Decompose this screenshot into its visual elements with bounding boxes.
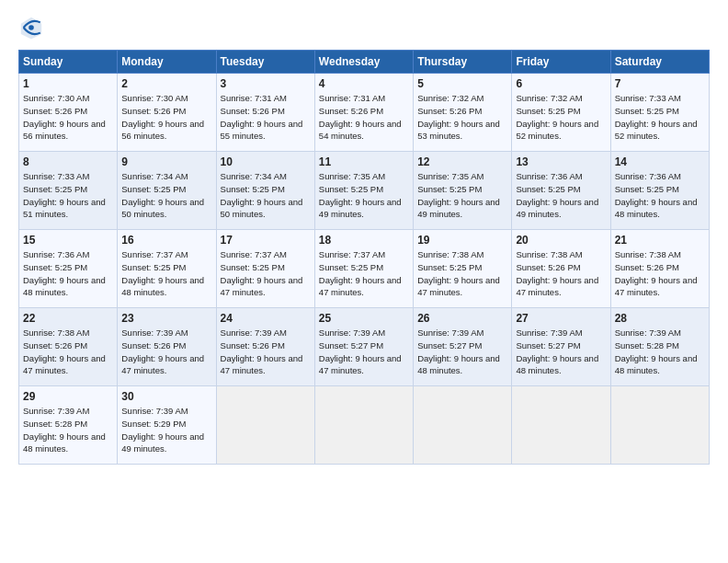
day-info: Sunrise: 7:39 AMSunset: 5:28 PMDaylight:… — [23, 405, 113, 455]
day-info: Sunrise: 7:37 AMSunset: 5:25 PMDaylight:… — [319, 248, 409, 299]
calendar-row-2: 8Sunrise: 7:33 AMSunset: 5:25 PMDaylight… — [19, 152, 710, 230]
day-info: Sunrise: 7:30 AMSunset: 5:26 PMDaylight:… — [23, 92, 113, 143]
day-number: 30 — [121, 390, 211, 403]
calendar-cell-day-11: 11Sunrise: 7:35 AMSunset: 5:25 PMDayligh… — [314, 152, 413, 230]
calendar-cell-day-12: 12Sunrise: 7:35 AMSunset: 5:25 PMDayligh… — [414, 152, 512, 230]
day-info: Sunrise: 7:38 AMSunset: 5:26 PMDaylight:… — [23, 327, 113, 377]
calendar-body: 1Sunrise: 7:30 AMSunset: 5:26 PMDaylight… — [19, 74, 710, 465]
day-number: 5 — [417, 77, 507, 90]
day-info: Sunrise: 7:36 AMSunset: 5:25 PMDaylight:… — [615, 170, 705, 221]
day-info: Sunrise: 7:31 AMSunset: 5:26 PMDaylight:… — [221, 92, 311, 143]
day-number: 27 — [516, 312, 606, 325]
calendar-cell-day-16: 16Sunrise: 7:37 AMSunset: 5:25 PMDayligh… — [118, 230, 216, 308]
day-info: Sunrise: 7:39 AMSunset: 5:29 PMDaylight:… — [121, 405, 211, 455]
calendar-row-5: 29Sunrise: 7:39 AMSunset: 5:28 PMDayligh… — [19, 386, 710, 465]
day-info: Sunrise: 7:39 AMSunset: 5:27 PMDaylight:… — [417, 327, 507, 377]
day-number: 9 — [121, 155, 211, 168]
calendar-cell-empty — [216, 386, 314, 465]
day-number: 13 — [516, 155, 606, 168]
day-info: Sunrise: 7:38 AMSunset: 5:26 PMDaylight:… — [516, 248, 606, 299]
day-info: Sunrise: 7:35 AMSunset: 5:25 PMDaylight:… — [417, 170, 507, 221]
day-number: 4 — [319, 77, 409, 90]
page: Sunday Monday Tuesday Wednesday Thursday… — [0, 0, 728, 563]
day-info: Sunrise: 7:39 AMSunset: 5:26 PMDaylight:… — [121, 327, 211, 377]
day-number: 21 — [615, 234, 705, 247]
day-number: 12 — [417, 155, 507, 168]
day-number: 22 — [23, 312, 113, 325]
calendar-cell-day-25: 25Sunrise: 7:39 AMSunset: 5:27 PMDayligh… — [314, 308, 413, 386]
col-friday: Friday — [512, 51, 610, 74]
day-info: Sunrise: 7:39 AMSunset: 5:27 PMDaylight:… — [516, 327, 606, 377]
calendar-cell-day-26: 26Sunrise: 7:39 AMSunset: 5:27 PMDayligh… — [414, 308, 512, 386]
day-info: Sunrise: 7:33 AMSunset: 5:25 PMDaylight:… — [615, 92, 705, 143]
calendar-cell-day-15: 15Sunrise: 7:36 AMSunset: 5:25 PMDayligh… — [19, 230, 118, 308]
calendar-row-4: 22Sunrise: 7:38 AMSunset: 5:26 PMDayligh… — [19, 308, 710, 386]
day-number: 26 — [417, 312, 507, 325]
day-number: 20 — [516, 234, 606, 247]
day-info: Sunrise: 7:38 AMSunset: 5:25 PMDaylight:… — [417, 248, 507, 299]
day-number: 14 — [615, 155, 705, 168]
calendar-cell-day-5: 5Sunrise: 7:32 AMSunset: 5:26 PMDaylight… — [414, 74, 512, 152]
day-info: Sunrise: 7:33 AMSunset: 5:25 PMDaylight:… — [23, 170, 113, 221]
day-info: Sunrise: 7:39 AMSunset: 5:27 PMDaylight:… — [319, 327, 409, 377]
calendar-cell-day-10: 10Sunrise: 7:34 AMSunset: 5:25 PMDayligh… — [216, 152, 314, 230]
calendar-cell-day-23: 23Sunrise: 7:39 AMSunset: 5:26 PMDayligh… — [118, 308, 216, 386]
day-number: 23 — [121, 312, 211, 325]
day-number: 11 — [319, 155, 409, 168]
calendar-cell-day-29: 29Sunrise: 7:39 AMSunset: 5:28 PMDayligh… — [19, 386, 118, 465]
day-info: Sunrise: 7:37 AMSunset: 5:25 PMDaylight:… — [121, 248, 211, 299]
day-info: Sunrise: 7:32 AMSunset: 5:25 PMDaylight:… — [516, 92, 606, 143]
calendar-cell-day-1: 1Sunrise: 7:30 AMSunset: 5:26 PMDaylight… — [19, 74, 118, 152]
calendar-cell-day-3: 3Sunrise: 7:31 AMSunset: 5:26 PMDaylight… — [216, 74, 314, 152]
day-info: Sunrise: 7:31 AMSunset: 5:26 PMDaylight:… — [319, 92, 409, 143]
day-info: Sunrise: 7:30 AMSunset: 5:26 PMDaylight:… — [121, 92, 211, 143]
day-number: 17 — [221, 234, 311, 247]
calendar-row-3: 15Sunrise: 7:36 AMSunset: 5:25 PMDayligh… — [19, 230, 710, 308]
day-info: Sunrise: 7:39 AMSunset: 5:28 PMDaylight:… — [615, 327, 705, 377]
day-number: 2 — [121, 77, 211, 90]
calendar-cell-day-27: 27Sunrise: 7:39 AMSunset: 5:27 PMDayligh… — [512, 308, 610, 386]
calendar-cell-day-8: 8Sunrise: 7:33 AMSunset: 5:25 PMDaylight… — [19, 152, 118, 230]
calendar-cell-empty — [414, 386, 512, 465]
calendar-cell-day-24: 24Sunrise: 7:39 AMSunset: 5:26 PMDayligh… — [216, 308, 314, 386]
day-number: 25 — [319, 312, 409, 325]
calendar-cell-day-18: 18Sunrise: 7:37 AMSunset: 5:25 PMDayligh… — [314, 230, 413, 308]
calendar-cell-day-22: 22Sunrise: 7:38 AMSunset: 5:26 PMDayligh… — [19, 308, 118, 386]
calendar-row-1: 1Sunrise: 7:30 AMSunset: 5:26 PMDaylight… — [19, 74, 710, 152]
svg-point-1 — [28, 25, 34, 30]
calendar-cell-empty — [610, 386, 709, 465]
day-number: 3 — [221, 77, 311, 90]
day-info: Sunrise: 7:36 AMSunset: 5:25 PMDaylight:… — [516, 170, 606, 221]
calendar-cell-day-21: 21Sunrise: 7:38 AMSunset: 5:26 PMDayligh… — [610, 230, 709, 308]
day-number: 7 — [615, 77, 705, 90]
day-number: 16 — [121, 234, 211, 247]
day-info: Sunrise: 7:35 AMSunset: 5:25 PMDaylight:… — [319, 170, 409, 221]
day-info: Sunrise: 7:38 AMSunset: 5:26 PMDaylight:… — [615, 248, 705, 299]
calendar-cell-day-28: 28Sunrise: 7:39 AMSunset: 5:28 PMDayligh… — [610, 308, 709, 386]
col-tuesday: Tuesday — [216, 51, 314, 74]
day-number: 6 — [516, 77, 606, 90]
calendar-cell-day-7: 7Sunrise: 7:33 AMSunset: 5:25 PMDaylight… — [610, 74, 709, 152]
day-info: Sunrise: 7:32 AMSunset: 5:26 PMDaylight:… — [417, 92, 507, 143]
day-info: Sunrise: 7:36 AMSunset: 5:25 PMDaylight:… — [23, 248, 113, 299]
header — [18, 15, 710, 40]
calendar-cell-day-9: 9Sunrise: 7:34 AMSunset: 5:25 PMDaylight… — [118, 152, 216, 230]
day-info: Sunrise: 7:37 AMSunset: 5:25 PMDaylight:… — [221, 248, 311, 299]
calendar-cell-day-30: 30Sunrise: 7:39 AMSunset: 5:29 PMDayligh… — [118, 386, 216, 465]
col-monday: Monday — [118, 51, 216, 74]
day-number: 19 — [417, 234, 507, 247]
day-number: 28 — [615, 312, 705, 325]
calendar-cell-day-14: 14Sunrise: 7:36 AMSunset: 5:25 PMDayligh… — [610, 152, 709, 230]
day-info: Sunrise: 7:34 AMSunset: 5:25 PMDaylight:… — [121, 170, 211, 221]
logo — [18, 15, 48, 40]
day-number: 24 — [221, 312, 311, 325]
col-wednesday: Wednesday — [314, 51, 413, 74]
col-sunday: Sunday — [19, 51, 118, 74]
day-number: 8 — [23, 155, 113, 168]
day-number: 1 — [23, 77, 113, 90]
col-thursday: Thursday — [414, 51, 512, 74]
col-saturday: Saturday — [610, 51, 709, 74]
calendar-cell-empty — [512, 386, 610, 465]
calendar-cell-day-20: 20Sunrise: 7:38 AMSunset: 5:26 PMDayligh… — [512, 230, 610, 308]
calendar-cell-day-2: 2Sunrise: 7:30 AMSunset: 5:26 PMDaylight… — [118, 74, 216, 152]
